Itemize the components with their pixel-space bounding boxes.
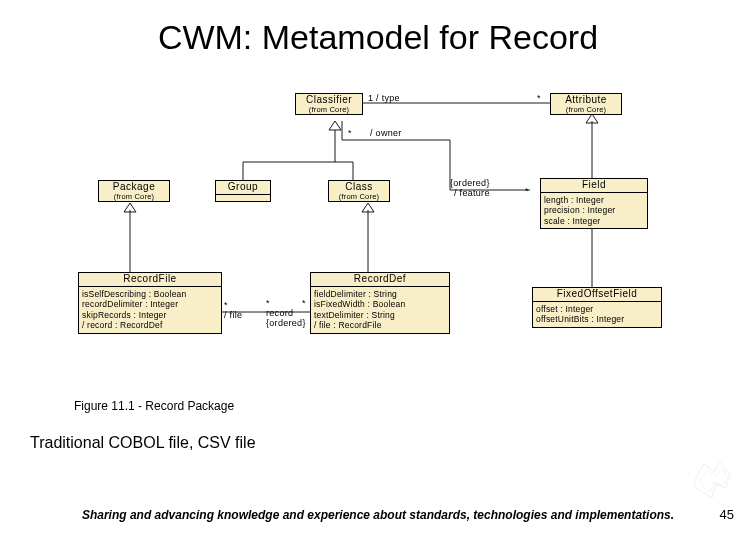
class-attribute: Attribute (from Core) (550, 93, 622, 115)
class-from: (from Core) (553, 106, 619, 114)
class-class: Class (from Core) (328, 180, 390, 202)
attr-row: fieldDelimiter : String (314, 289, 446, 300)
class-name: FixedOffsetField (535, 289, 659, 300)
class-name: RecordDef (313, 274, 447, 285)
class-name: Field (543, 180, 645, 191)
attr-row: offset : Integer (536, 304, 658, 315)
attr-row: skipRecords : Integer (82, 310, 218, 321)
class-from: (from Core) (331, 193, 387, 201)
attr-row: / record : RecordDef (82, 320, 218, 331)
label-type: 1 / type (368, 93, 400, 103)
class-fixedoffsetfield: FixedOffsetField offset : Integer offset… (532, 287, 662, 328)
logo-icon (690, 458, 736, 502)
class-name: Classifier (298, 95, 360, 106)
class-from: (from Core) (298, 106, 360, 114)
label-record: * record {ordered} (266, 298, 306, 328)
class-name: Attribute (553, 95, 619, 106)
attr-row: length : Integer (544, 195, 644, 206)
label-mult: * (302, 298, 306, 308)
attr-row: isSelfDescribing : Boolean (82, 289, 218, 300)
attr-row: / file : RecordFile (314, 320, 446, 331)
attr-row: offsetUnitBits : Integer (536, 314, 658, 325)
class-group: Group (215, 180, 271, 202)
class-name: Package (101, 182, 167, 193)
page-number: 45 (720, 507, 734, 522)
label-mult: * (525, 186, 529, 196)
class-package: Package (from Core) (98, 180, 170, 202)
class-name: Group (218, 182, 268, 193)
class-recorddef: RecordDef fieldDelimiter : String isFixe… (310, 272, 450, 334)
slide-title: CWM: Metamodel for Record (0, 18, 756, 57)
subtitle-text: Traditional COBOL file, CSV file (30, 434, 256, 452)
label-mult: * (348, 128, 352, 138)
label-file: * / file (224, 300, 242, 320)
uml-diagram: Classifier (from Core) Attribute (from C… (70, 90, 690, 390)
attr-row: precision : Integer (544, 205, 644, 216)
attr-row: recordDelimiter : Integer (82, 299, 218, 310)
attr-row: scale : Integer (544, 216, 644, 227)
footer-text: Sharing and advancing knowledge and expe… (0, 508, 756, 522)
label-mult: * (537, 93, 541, 103)
class-field: Field length : Integer precision : Integ… (540, 178, 648, 229)
label-owner: / owner (370, 128, 402, 138)
attr-row: textDelimiter : String (314, 310, 446, 321)
class-classifier: Classifier (from Core) (295, 93, 363, 115)
label-ordered-feature: {ordered} / feature (450, 178, 490, 198)
class-name: RecordFile (81, 274, 219, 285)
attr-row: isFixedWidth : Boolean (314, 299, 446, 310)
class-name: Class (331, 182, 387, 193)
class-from: (from Core) (101, 193, 167, 201)
figure-caption: Figure 11.1 - Record Package (74, 399, 234, 413)
class-recordfile: RecordFile isSelfDescribing : Boolean re… (78, 272, 222, 334)
